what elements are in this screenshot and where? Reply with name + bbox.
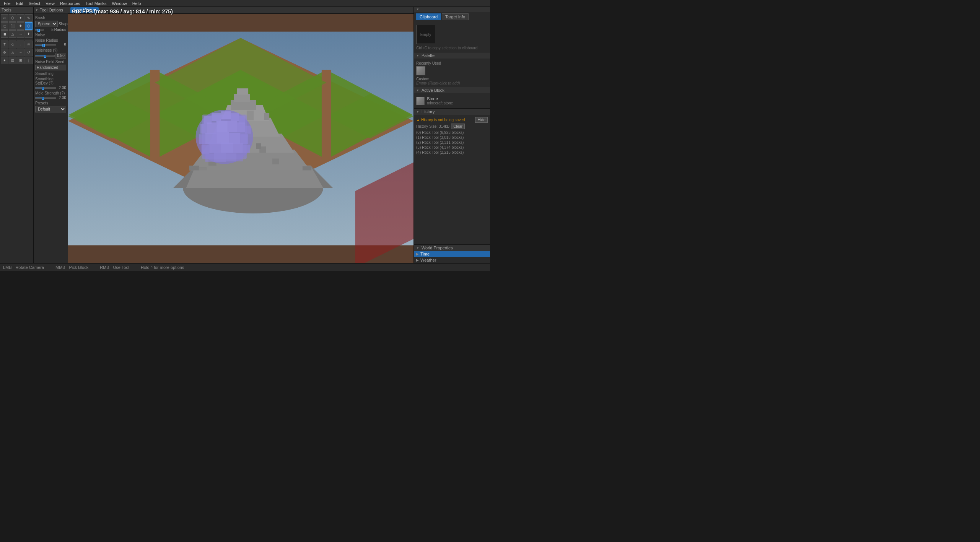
presets-select[interactable]: Default <box>35 106 66 112</box>
svg-rect-58 <box>205 154 214 162</box>
world-prop-weather-row[interactable]: ▶ Weather <box>414 257 490 263</box>
toolbar-divider <box>1 39 33 39</box>
svg-rect-38 <box>212 113 221 121</box>
tool-spread[interactable]: ✦ <box>1 57 8 64</box>
menu-help[interactable]: Help <box>130 0 143 7</box>
target-info-tab[interactable]: Target Info <box>442 13 469 20</box>
tool-gradient[interactable]: ▤ <box>9 57 16 64</box>
clipboard-section-header[interactable]: ▼ <box>414 7 490 12</box>
tool-noise[interactable]: ⋮ <box>17 41 24 48</box>
tool-drag[interactable]: ↔ <box>17 30 24 38</box>
meld-strength-row: 2.00 <box>35 96 66 100</box>
tool-spline[interactable]: ∫ <box>25 57 33 64</box>
menu-edit[interactable]: Edit <box>14 0 26 7</box>
scene-canvas[interactable] <box>68 14 413 263</box>
noisiness-input[interactable] <box>55 53 66 59</box>
left-panel: ▼ Tool Options Brush Sphere Shape 5 Radi… <box>34 7 68 263</box>
clipboard-tab[interactable]: Clipboard <box>416 13 441 20</box>
palette-swatch-stone[interactable] <box>416 66 425 75</box>
tool-carve[interactable]: △ <box>9 49 16 56</box>
history-hide-button[interactable]: Hide <box>475 117 488 123</box>
meld-strength-slider[interactable] <box>35 97 56 99</box>
menu-file[interactable]: File <box>2 0 13 7</box>
tool-extrude[interactable]: ⬆ <box>25 30 33 38</box>
brush-label: Brush <box>35 16 66 20</box>
randomized-button[interactable]: Randomized <box>35 65 66 70</box>
tool-select-rect[interactable]: ▭ <box>1 14 8 22</box>
tool-select-3d[interactable]: △ <box>9 30 16 38</box>
shape-select[interactable]: Sphere <box>35 21 58 27</box>
world-prop-time-row[interactable]: ▶ Time <box>414 251 490 257</box>
clipboard-empty-label: Empty <box>420 33 431 37</box>
history-header[interactable]: ▼ History <box>414 109 490 115</box>
viewport[interactable]: New View ▾ <box>68 7 413 263</box>
tool-blend[interactable]: ⊙ <box>1 49 8 56</box>
tool-select-ellipse[interactable]: ⬡ <box>9 14 16 22</box>
tool-pick-color[interactable]: ✚ <box>17 22 24 30</box>
block-icon[interactable] <box>416 97 425 105</box>
recently-used-label: Recently Used <box>416 61 488 65</box>
smoothing-stddev-thumb[interactable] <box>42 87 44 90</box>
meld-strength-thumb[interactable] <box>42 97 44 100</box>
svg-rect-24 <box>234 94 250 102</box>
world-properties-header[interactable]: ▼ World Properties <box>414 245 490 251</box>
noisiness-slider[interactable] <box>35 55 55 57</box>
world-prop-weather-arrow: ▶ <box>416 258 419 262</box>
block-id: minecraft:stone <box>427 101 488 105</box>
noise-radius-row: 5 <box>35 43 66 47</box>
tool-shape[interactable]: ◇ <box>9 41 16 48</box>
active-block-row: Stone minecraft:stone <box>416 95 488 107</box>
shape-label: Shape <box>59 22 68 26</box>
noisiness-thumb[interactable] <box>44 55 46 58</box>
active-block-header[interactable]: ▼ Active Block <box>414 87 490 93</box>
toolbar: Tools ▭ ⬡ ✦ ✎ ◻ ⬛ ✚ ⬡ ◼ △ ↔ ⬆ T ◇ ⋮ ≋ ⊙ … <box>0 7 34 263</box>
viewport-tab[interactable]: New View ▾ <box>70 7 99 13</box>
tool-fill[interactable]: ⬛ <box>9 22 16 30</box>
menu-tool-masks[interactable]: Tool Masks <box>83 0 109 7</box>
menu-window[interactable]: Window <box>110 0 129 7</box>
svg-rect-53 <box>202 145 210 154</box>
active-block-collapse-icon: ▼ <box>416 89 419 92</box>
status-rmb: RMB - Use Tool <box>100 265 129 270</box>
history-item-2[interactable]: (2) Rock Tool (2,311 blocks) <box>416 140 488 145</box>
tool-erase[interactable]: ◻ <box>1 22 8 30</box>
tool-smooth[interactable]: ≋ <box>25 41 33 48</box>
noise-radius-thumb[interactable] <box>42 44 45 47</box>
svg-rect-31 <box>272 159 279 164</box>
menu-view[interactable]: View <box>43 0 57 7</box>
tool-text[interactable]: T <box>1 41 8 48</box>
tool-stamp[interactable]: ◼ <box>1 30 8 38</box>
svg-rect-59 <box>214 153 226 162</box>
history-clear-button[interactable]: Clear <box>451 124 465 129</box>
radius-slider[interactable] <box>35 29 44 31</box>
presets-label: Presets <box>35 101 66 105</box>
history-item-0[interactable]: (0) Rock Tool (6,923 blocks) <box>416 130 488 135</box>
history-item-1[interactable]: (1) Rock Tool (3,018 blocks) <box>416 135 488 140</box>
tool-grid[interactable]: ⊞ <box>17 57 24 64</box>
tool-warp[interactable]: ~ <box>17 49 24 56</box>
radius-thumb[interactable] <box>37 29 40 32</box>
radius-value: 5 <box>44 28 54 32</box>
status-hint: Hold ^ for more options <box>141 265 184 270</box>
menu-resources[interactable]: Resources <box>58 0 83 7</box>
menu-select[interactable]: Select <box>26 0 43 7</box>
history-section: ▼ History ▲ History is not being saved H… <box>414 109 490 244</box>
noisiness-label: Noisiness (?) <box>35 48 66 52</box>
svg-rect-40 <box>231 113 239 121</box>
tool-paint[interactable]: ✎ <box>25 14 33 22</box>
palette-header[interactable]: ▼ Palette <box>414 52 490 59</box>
noisiness-row <box>35 53 66 59</box>
history-warning-text: History is not being saved <box>421 118 465 122</box>
tool-replace[interactable]: ↺ <box>25 49 33 56</box>
history-item-3[interactable]: (3) Rock Tool (4,374 blocks) <box>416 145 488 150</box>
smoothing-stddev-label: Smoothing StdDev (?) <box>35 77 66 85</box>
tool-rock[interactable]: ⬡ <box>25 22 33 30</box>
smoothing-stddev-slider[interactable] <box>35 87 56 89</box>
clipboard-body: Empty Ctrl+C to copy selection to clipbo… <box>414 22 490 52</box>
svg-rect-18 <box>199 167 207 170</box>
history-item-4[interactable]: (4) Rock Tool (2,215 blocks) <box>416 150 488 155</box>
tool-pick[interactable]: ✦ <box>17 14 24 22</box>
svg-rect-55 <box>221 143 233 153</box>
noise-radius-slider[interactable] <box>35 44 56 46</box>
tool-options-header[interactable]: ▼ Tool Options <box>34 7 68 13</box>
